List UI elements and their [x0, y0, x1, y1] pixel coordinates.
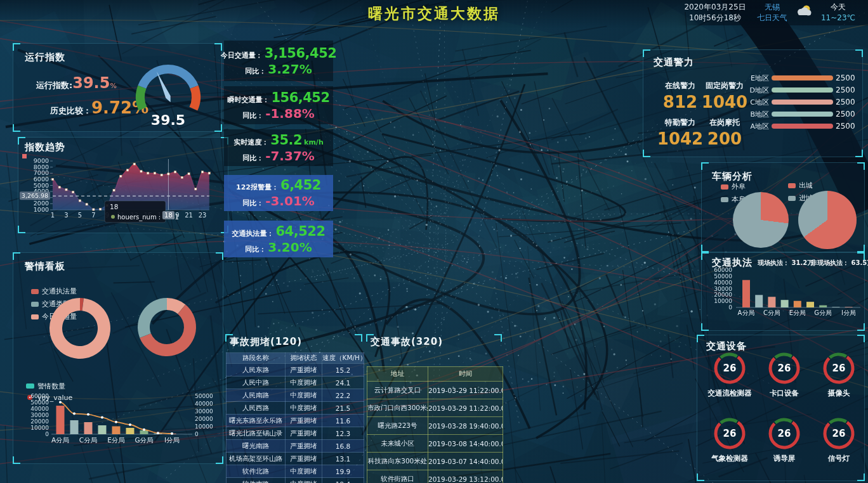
table-row[interactable]: 曙光路223号2019-03-28 19:40:00.0: [367, 417, 503, 435]
police-region-bars: E地区2500D地区2500C地区2500B地区2500A地区2500: [725, 74, 855, 134]
table-cell: 24.1: [322, 377, 364, 389]
police-bar-row: D地区2500: [725, 86, 855, 94]
bar: [772, 112, 833, 117]
svg-text:3,265.98: 3,265.98: [22, 192, 48, 199]
card-label: 今日交通量：: [221, 51, 263, 60]
legend-item[interactable]: 外阜: [721, 182, 746, 191]
panel-traffic-police: 交通警力 在线警力 812 固定岗警力 1040 特勤警力 1042 在岗摩托 …: [643, 49, 863, 157]
table-row[interactable]: 市政门口向西300米处2019-03-29 11:22:00.0: [367, 399, 503, 417]
svg-text:26: 26: [723, 363, 737, 374]
weather-today-block: 今天 11~23℃: [816, 2, 860, 23]
card-yoy-label: 同比：: [242, 198, 263, 208]
table-row[interactable]: 人民东路严重拥堵15.2: [227, 364, 364, 377]
panel-vehicle-analysis: 车辆分析 外阜本阜 出城进城: [701, 162, 865, 252]
svg-text:I分局: I分局: [841, 309, 856, 316]
table-cell: 严重拥堵: [286, 427, 322, 440]
device-label: 摄像头: [828, 389, 850, 398]
card-yoy-value: -7.37%: [265, 148, 315, 164]
card-value: 3,156,452: [265, 46, 337, 61]
table-cell: 云计算路交叉口: [367, 382, 428, 399]
table-row[interactable]: 人民南路中度拥堵22.2: [227, 389, 364, 402]
svg-text:26: 26: [832, 428, 846, 439]
table-cell: 科技路向东300米处: [367, 453, 428, 470]
table-cell: 机场高架至环山路: [227, 453, 286, 465]
table-row[interactable]: 曙光南路严重拥堵16.8: [227, 440, 364, 453]
svg-text:警情数量: 警情数量: [37, 382, 65, 390]
card-yoy-label: 同比：: [245, 245, 266, 254]
table-row[interactable]: 人民西路中度拥堵21.5: [227, 402, 364, 415]
table-cell: 严重拥堵: [286, 364, 322, 377]
table-cell: 2019-03-07 14:40:00.0: [428, 453, 503, 470]
bar: [772, 75, 833, 80]
device-ring-chart: 26: [822, 417, 855, 450]
table-header-row: 地址时间: [367, 367, 503, 382]
legend-item[interactable]: 出城: [788, 181, 813, 190]
bar-value: 2500: [836, 110, 855, 119]
device-label: 交通流检测器: [708, 389, 752, 398]
card-value: 156,452: [271, 90, 329, 105]
table-cell: 曙光东路至永乐路: [227, 415, 286, 427]
device-gauge: 26卡口设备: [757, 352, 812, 413]
svg-text:30000: 30000: [195, 408, 213, 415]
bar-label: B地区: [725, 110, 769, 119]
table-header-row: 路段名称拥堵状态速度（KM/H）: [227, 353, 364, 364]
cloud-sun-icon: [794, 4, 813, 19]
device-label: 信号灯: [828, 454, 850, 463]
weather-city-block: 无锡 七日天气: [753, 2, 792, 23]
table-cell: 2019-03-08 14:40:00.0: [428, 435, 503, 453]
operation-index-unit: %: [110, 82, 116, 90]
svg-text:21: 21: [185, 212, 193, 219]
table-cell: 严重拥堵: [286, 415, 322, 427]
device-label: 气象检测器: [711, 454, 748, 463]
weather-forecast-link[interactable]: 七日天气: [753, 13, 792, 23]
table-row[interactable]: 云计算路交叉口2019-03-29 11:22:00.0: [367, 382, 503, 399]
bar-label: A地区: [725, 122, 769, 131]
panel-title: 警情看板: [25, 261, 65, 273]
svg-text:10000: 10000: [714, 298, 732, 304]
table-cell: 2019-03-29 13:12:00.0: [428, 470, 503, 483]
legend-swatch: [721, 197, 728, 202]
card-yoy-label: 同比：: [242, 111, 263, 120]
panel-operation-index: 运行指数 运行指数: 39.5 % 历史比较： 9.72% 39.5: [13, 43, 222, 132]
svg-text:18: 18: [164, 212, 173, 219]
card-label: 瞬时交通量：: [227, 95, 269, 105]
device-label: 卡口设备: [770, 389, 799, 398]
svg-text:7000: 7000: [34, 169, 49, 176]
table-cell: 市政门口向西300米处: [367, 399, 428, 417]
stat-card-traffic-today: 今日交通量：3,156,452同比：3.27%: [224, 41, 333, 81]
alert-combo-chart: 警情数量yoy_value010000200003000040000500006…: [13, 378, 224, 465]
svg-text:60000: 60000: [30, 393, 49, 399]
table-row[interactable]: 未来城小区2019-03-08 14:40:00.0: [367, 435, 503, 453]
card-value: 64,522: [275, 224, 325, 239]
column-header: 速度（KM/H）: [322, 353, 364, 364]
stat-card-alarm-122: 122报警量：6,452同比：-3.01%: [224, 175, 333, 211]
table-row[interactable]: 人民中路中度拥堵24.1: [227, 377, 364, 389]
table-cell: 2019-03-29 11:22:00.0: [428, 382, 503, 399]
table-row[interactable]: 机场高架至环山路严重拥堵13.1: [227, 453, 364, 465]
table-cell: 16.8: [322, 440, 364, 453]
table-row[interactable]: 曙光东路至永乐路严重拥堵11.6: [227, 415, 364, 427]
svg-text:30000: 30000: [714, 286, 732, 292]
card-value: 35.2: [270, 132, 302, 148]
table-row[interactable]: 曙光北路至锡山录严重拥堵12.3: [227, 427, 364, 440]
table-row[interactable]: 科技路向东300米处2019-03-07 14:40:00.0: [367, 453, 503, 470]
table-row[interactable]: 软件街路口2019-03-29 13:12:00.0: [367, 470, 503, 483]
stat-card-traffic-instant: 瞬时交通量：156,452同比：-1.88%: [224, 86, 333, 124]
column-header: 拥堵状态: [286, 353, 322, 364]
svg-text:C分局: C分局: [763, 309, 780, 316]
card-yoy-value: -3.01%: [265, 193, 315, 209]
table-row[interactable]: 软件北路中度拥堵19.9: [227, 465, 364, 478]
vehicle-origin-pie: [733, 192, 789, 248]
bar-value: 2500: [836, 98, 855, 106]
card-yoy-label: 同比：: [242, 153, 263, 163]
table-cell: 22.2: [322, 389, 364, 402]
police-bar-row: A地区2500: [725, 122, 855, 130]
svg-text:26: 26: [778, 428, 791, 439]
legend-swatch: [788, 183, 796, 188]
vehicle-direction-pie: [798, 191, 857, 249]
index-trend-chart: 1000200030004000500060007000800090003,26…: [18, 138, 229, 234]
svg-text:20000: 20000: [714, 292, 732, 298]
table-row[interactable]: 软件南路中度拥堵19.4: [227, 478, 364, 483]
bar: [772, 87, 833, 93]
svg-text:26: 26: [778, 363, 791, 374]
